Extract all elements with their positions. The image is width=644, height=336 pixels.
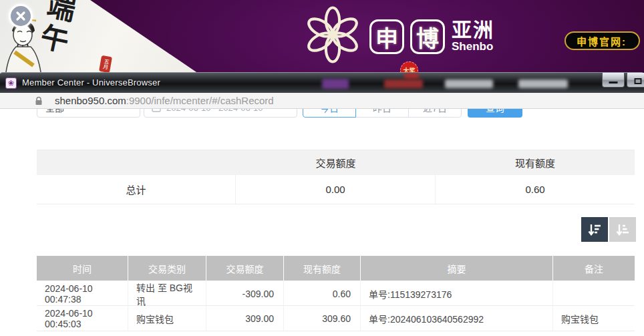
summary-total-amount: 0.00 — [236, 175, 436, 204]
url-path: :9900/infe/mcenter/#/cashRecord — [126, 95, 274, 106]
records-table: 时间 交易类别 交易额度 现有额度 摘要 备注 2024-06-10 00:47… — [37, 256, 635, 331]
summary-header-amount: 交易额度 — [236, 150, 436, 175]
maximize-icon — [635, 78, 642, 84]
blurred-nav-item — [404, 73, 419, 78]
url-host: shenbo950.com — [55, 95, 126, 106]
cell-summary: 单号:115139273176 — [361, 281, 553, 307]
festival-seal: 五月 — [99, 55, 112, 73]
logo-region: 亚洲 — [452, 20, 494, 40]
col-header-note: 备注 — [553, 256, 635, 281]
festival-title: 端午 — [29, 0, 82, 59]
minimize-button[interactable] — [602, 73, 625, 88]
table-row: 2024-06-10 00:45:03 购宝钱包 309.00 309.60 单… — [37, 306, 635, 331]
cell-amount: -309.00 — [206, 281, 284, 307]
browser-titlebar: Member Center - UniverseBrowser — [0, 72, 644, 93]
screen: 申 博 亚洲 Shenbo 大奖 申博官网: 端午 五月 — [0, 0, 644, 336]
window-title: Member Center - UniverseBrowser — [22, 77, 160, 88]
sort-controls — [581, 217, 636, 242]
table-row: 2024-06-10 00:47:38 转出 至 BG视讯 -309.00 0.… — [37, 281, 635, 306]
col-header-time: 时间 — [37, 256, 128, 281]
cell-balance: 309.60 — [284, 306, 361, 331]
blurred-nav-item — [518, 79, 568, 88]
flower-logo-icon — [302, 4, 363, 65]
address-bar[interactable]: shenbo950.com:9900/infe/mcenter/#/cashRe… — [0, 93, 644, 109]
blurred-nav-item — [445, 79, 493, 88]
col-header-amount: 交易额度 — [206, 256, 284, 281]
summary-total-row: 总计 0.00 0.60 — [37, 175, 635, 204]
logo-char-shen: 申 — [369, 19, 404, 54]
cell-note: 购宝钱包 — [553, 306, 635, 331]
summary-total-label: 总计 — [37, 175, 236, 204]
col-header-summary: 摘要 — [361, 256, 553, 281]
summary-header-empty — [37, 150, 236, 175]
cell-balance: 0.60 — [284, 281, 361, 307]
cell-summary: 单号:202406103640562992 — [361, 306, 553, 331]
cell-category: 购宝钱包 — [128, 306, 206, 331]
brand-logo: 申 博 亚洲 Shenbo — [302, 4, 494, 65]
close-icon — [15, 11, 26, 21]
cell-category: 转出 至 BG视讯 — [128, 281, 206, 307]
summary-header-row: 交易额度 现有额度 — [37, 150, 635, 175]
logo-text: 亚洲 Shenbo — [452, 20, 494, 53]
url-text: shenbo950.com:9900/infe/mcenter/#/cashRe… — [55, 95, 274, 106]
logo-en: Shenbo — [452, 40, 494, 53]
records-header-row: 时间 交易类别 交易额度 现有额度 摘要 备注 — [37, 256, 635, 281]
maximize-button[interactable] — [627, 73, 644, 88]
sort-ascending-button[interactable] — [609, 217, 636, 242]
official-site-link[interactable]: 申博官网: — [565, 31, 640, 50]
col-header-balance: 现有额度 — [284, 256, 361, 281]
sort-descending-button[interactable] — [581, 217, 608, 242]
sort-ascending-icon — [615, 222, 630, 237]
cell-note — [553, 281, 635, 307]
minimize-icon — [609, 81, 618, 83]
col-header-category: 交易类别 — [128, 256, 206, 281]
summary-table: 交易额度 现有额度 总计 0.00 0.60 — [37, 150, 635, 204]
logo-char-bo: 博 — [410, 19, 445, 54]
lock-icon — [35, 96, 43, 106]
sort-descending-icon — [587, 222, 602, 237]
cell-time: 2024-06-10 00:47:38 — [37, 281, 128, 307]
popup-close-button[interactable] — [9, 4, 33, 28]
summary-header-balance: 现有额度 — [436, 150, 635, 175]
browser-favicon-flower-icon — [5, 77, 17, 89]
blurred-nav-item — [384, 79, 423, 88]
cell-time: 2024-06-10 00:45:03 — [37, 306, 128, 331]
blurred-nav-item — [322, 79, 349, 89]
summary-total-balance: 0.60 — [436, 175, 635, 204]
cell-amount: 309.00 — [206, 306, 284, 331]
